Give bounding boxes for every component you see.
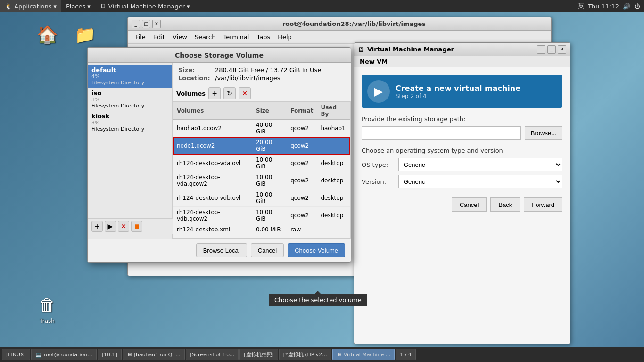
- applications-menu[interactable]: 🐧 Applications ▾: [0, 0, 61, 12]
- volume-format-cell: qcow2: [287, 137, 317, 155]
- file-manager-title: root@foundation28:/var/lib/libvirt/image…: [161, 20, 547, 27]
- table-row[interactable]: rh124-desktop-vda.qcow210.00 GiBqcow2des…: [173, 172, 350, 189]
- volume-size-cell: 10.00 GiB: [252, 235, 287, 239]
- task-page-num[interactable]: 1 / 4: [396, 349, 416, 360]
- volume-format-cell: raw: [287, 224, 317, 235]
- vm-icon: 🖥: [100, 2, 107, 10]
- version-select[interactable]: Generic: [398, 175, 562, 188]
- table-row[interactable]: rh124-desktop-vdb.qcow210.00 GiBqcow2des…: [173, 207, 350, 224]
- vmm-header-title: Create a new virtual machine: [396, 84, 520, 93]
- volume-size-cell: 10.00 GiB: [252, 172, 287, 189]
- volume-size-cell: 0.00 MiB: [252, 224, 287, 235]
- volume-format-cell: qcow2: [287, 155, 317, 172]
- table-row[interactable]: haohao1.qcow240.00 GiBqcow2haohao1: [173, 120, 350, 137]
- vmm-cancel-btn[interactable]: Cancel: [452, 197, 487, 212]
- os-type-select[interactable]: Generic: [398, 158, 562, 171]
- sidebar-pool-kiosk[interactable]: kiosk 3% Filesystem Directory: [88, 111, 172, 134]
- sidebar-pool-default[interactable]: default 4% Filesystem Directory: [88, 65, 172, 88]
- pool-kiosk-name: kiosk: [91, 113, 168, 120]
- menu-terminal[interactable]: Terminal: [219, 33, 253, 41]
- vmm-maximize-btn[interactable]: □: [547, 45, 556, 54]
- choose-volume-btn[interactable]: Choose Volume: [288, 243, 345, 257]
- vmm-minimize-btn[interactable]: _: [537, 45, 545, 54]
- power-icon[interactable]: ⏻: [634, 3, 640, 10]
- volumes-tbody: haohao1.qcow240.00 GiBqcow2haohao1node1.…: [173, 120, 350, 239]
- dialog-toolbar: Volumes + ↻ ✕: [173, 85, 351, 102]
- browse-button[interactable]: Browse...: [525, 126, 562, 140]
- folder-icon[interactable]: 📁: [66, 24, 104, 46]
- task-virt-label: Virtual Machine ...: [344, 352, 390, 358]
- lang-indicator[interactable]: 英: [578, 2, 584, 10]
- browse-local-btn[interactable]: Browse Local: [196, 243, 247, 257]
- os-section-label: Choose an operating system type and vers…: [362, 147, 562, 154]
- applications-label: Applications: [14, 3, 51, 10]
- col-used-by: Used By: [317, 102, 350, 120]
- sidebar-pool-iso[interactable]: iso 3% Filesystem Directory: [88, 88, 172, 111]
- pool-iso-name: iso: [91, 90, 168, 97]
- task-root[interactable]: 💻 root@foundation...: [31, 349, 97, 360]
- task-screenshot[interactable]: [Screenshot fro...: [186, 349, 239, 360]
- maximize-button[interactable]: □: [142, 20, 150, 28]
- trash-icon[interactable]: 🗑 Trash: [28, 293, 66, 324]
- vm-manager-menu[interactable]: 🖥 Virtual Machine Manager ▾: [95, 0, 195, 12]
- vmm-title-text: Virtual Machine Manager: [367, 46, 454, 53]
- topbar-right: 英 Thu 11:12 🔊 ⏻: [578, 2, 644, 10]
- table-row[interactable]: rh124-desktop-vdb.ovl10.00 GiBqcow2deskt…: [173, 189, 350, 207]
- minimize-button[interactable]: _: [132, 20, 140, 28]
- storage-path-input[interactable]: [362, 126, 521, 140]
- table-row[interactable]: node1.qcow220.00 GiBqcow2: [173, 137, 350, 155]
- choose-volume-tooltip: Choose the selected volume: [269, 294, 367, 306]
- vmm-back-btn[interactable]: Back: [490, 197, 520, 212]
- menu-help[interactable]: Help: [274, 33, 296, 41]
- table-row[interactable]: rh124-desktop.xml0.00 MiBraw: [173, 224, 350, 235]
- places-label: Places: [66, 3, 85, 10]
- close-button[interactable]: ✕: [152, 20, 161, 28]
- vmm-forward-btn[interactable]: Forward: [524, 197, 562, 212]
- vmm-close-btn[interactable]: ✕: [558, 45, 566, 54]
- volume-used-by-cell: server: [317, 235, 350, 239]
- pool-play-btn[interactable]: ▶: [105, 221, 116, 232]
- places-menu[interactable]: Places ▾: [61, 0, 95, 12]
- volume-refresh-btn[interactable]: ↻: [223, 87, 236, 99]
- volume-name-cell: rh124-desktop.xml: [173, 224, 252, 235]
- vmm-header-step: Step 2 of 4: [396, 93, 520, 99]
- volume-add-btn[interactable]: +: [208, 87, 221, 99]
- os-type-label: OS type:: [362, 161, 395, 168]
- menu-edit[interactable]: Edit: [149, 33, 169, 41]
- trash-label: Trash: [40, 318, 55, 324]
- task-hp-vm[interactable]: [*虚拟机 (HP v2...: [279, 349, 331, 360]
- menu-tabs[interactable]: Tabs: [253, 33, 274, 41]
- menu-search[interactable]: Search: [191, 33, 220, 41]
- version-row: Version: Generic: [362, 175, 562, 188]
- cancel-btn[interactable]: Cancel: [251, 243, 284, 257]
- home-folder-icon[interactable]: 🏠: [28, 24, 66, 46]
- menu-file[interactable]: File: [132, 33, 149, 41]
- pool-iso-pct: 3%: [91, 97, 168, 103]
- task-linux[interactable]: [LINUX]: [2, 349, 30, 360]
- trash-image: 🗑: [36, 293, 58, 316]
- volume-name-cell: rh124-desktop-vdb.ovl: [173, 189, 252, 207]
- pool-kiosk-type: Filesystem Directory: [91, 126, 168, 132]
- task-10-1[interactable]: [10.1]: [98, 349, 122, 360]
- table-row[interactable]: rh124-desktop-vda.ovl10.00 GiBqcow2deskt…: [173, 155, 350, 172]
- topbar-left: 🐧 Applications ▾ Places ▾ 🖥 Virtual Mach…: [0, 0, 195, 12]
- volume-name-cell: rh124-desktop-vdb.qcow2: [173, 207, 252, 224]
- volume-used-by-cell: desktop: [317, 172, 350, 189]
- pool-delete-btn[interactable]: ✕: [118, 221, 129, 232]
- pool-add-btn[interactable]: +: [91, 221, 103, 232]
- table-row[interactable]: rh124-server-vda.ovl10.00 GiBqcow2server: [173, 235, 350, 239]
- volume-delete-btn[interactable]: ✕: [239, 87, 251, 99]
- pool-stop-btn[interactable]: ⏹: [131, 221, 142, 232]
- home-folder-image: 🏠: [36, 24, 58, 46]
- topbar: 🐧 Applications ▾ Places ▾ 🖥 Virtual Mach…: [0, 0, 644, 12]
- volume-size-cell: 10.00 GiB: [252, 155, 287, 172]
- file-manager-titlebar: _ □ ✕ root@foundation28:/var/lib/libvirt…: [128, 17, 551, 31]
- vmm-buttons: Cancel Back Forward: [362, 197, 562, 212]
- menu-view[interactable]: View: [169, 33, 191, 41]
- task-haohao1[interactable]: 🖥 [haohao1 on QE...: [123, 349, 185, 360]
- task-snapshot[interactable]: [虚拟机拍照]: [239, 349, 278, 360]
- new-vm-bar: New VM: [354, 56, 570, 67]
- task-page-label: 1 / 4: [400, 352, 412, 358]
- volume-icon[interactable]: 🔊: [623, 3, 630, 10]
- task-virt-machine[interactable]: 🖥 Virtual Machine ...: [332, 349, 395, 360]
